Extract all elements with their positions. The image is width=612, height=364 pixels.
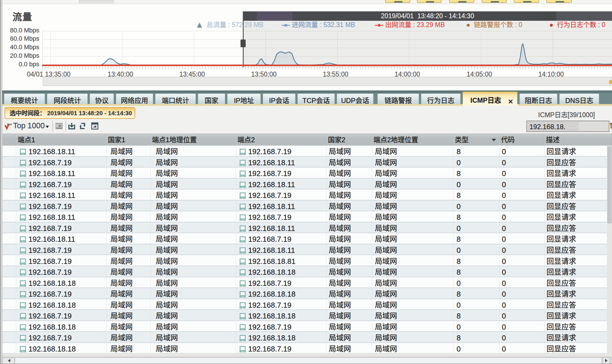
- svg-text:TOP: TOP: [7, 123, 12, 126]
